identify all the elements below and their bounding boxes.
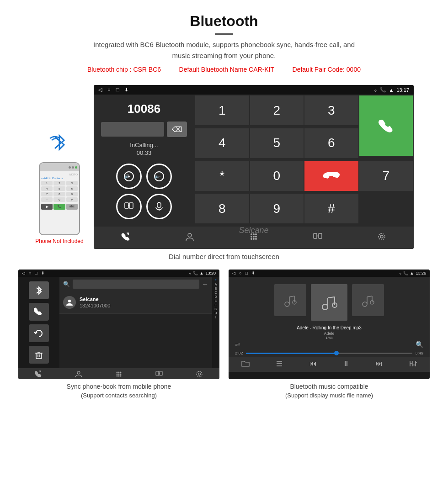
- dial-hangup-button[interactable]: [304, 161, 358, 191]
- music-home[interactable]: ○: [239, 271, 241, 275]
- nav-home-icon[interactable]: ○: [107, 87, 111, 93]
- music-recent[interactable]: □: [245, 271, 247, 275]
- spec-name: Default Bluetooth Name CAR-KIT: [179, 66, 275, 73]
- backspace-button[interactable]: ⌫: [167, 122, 187, 137]
- svg-rect-27: [36, 353, 42, 359]
- alpha-b[interactable]: B: [215, 287, 217, 290]
- car-call-screen: ◁ ○ □ ⬇ ⬦ 📞 ▲ 13:17 10086 ⌫: [94, 85, 414, 249]
- alpha-star[interactable]: *: [215, 279, 217, 282]
- music-next-button[interactable]: ⏭: [375, 360, 383, 370]
- music-play-pause-button[interactable]: ⏸: [342, 360, 350, 370]
- dial-key-3[interactable]: 3: [304, 95, 358, 125]
- search-icon[interactable]: 🔍: [416, 341, 423, 348]
- alpha-i[interactable]: I: [215, 316, 216, 319]
- progress-track[interactable]: [246, 353, 413, 354]
- music-nav-folder[interactable]: [241, 360, 250, 370]
- bluetooth-icon: [48, 131, 71, 154]
- pb-refresh-icon[interactable]: [29, 324, 49, 342]
- dial-key-9[interactable]: 9: [250, 194, 304, 223]
- alpha-f[interactable]: F: [215, 303, 217, 307]
- alpha-a[interactable]: A: [215, 283, 217, 286]
- status-nav: ◁ ○ □ ⬇: [98, 87, 128, 93]
- shuffle-icon[interactable]: ⇌: [235, 341, 240, 348]
- status-time: 13:17: [396, 87, 409, 93]
- svg-point-40: [120, 374, 122, 375]
- alpha-c[interactable]: C: [214, 291, 217, 294]
- pb-home[interactable]: ○: [29, 271, 31, 275]
- nav-settings-item[interactable]: [372, 230, 392, 245]
- music-wifi-icon: ▲: [410, 271, 414, 275]
- transfer-button[interactable]: [116, 194, 142, 219]
- alpha-g[interactable]: G: [214, 307, 217, 311]
- album-art-left: [274, 284, 306, 316]
- phone-key: *: [41, 197, 53, 202]
- nav-contacts-item[interactable]: [180, 230, 200, 245]
- pb-back-arrow[interactable]: ←: [202, 280, 208, 288]
- pb-nav-phone[interactable]: [35, 370, 42, 379]
- dial-key-2[interactable]: 2: [250, 95, 304, 125]
- music-location-icon: ⬦: [399, 271, 401, 275]
- alpha-h[interactable]: H: [214, 312, 217, 315]
- dial-key-5[interactable]: 5: [250, 128, 304, 158]
- bluetooth-specs: Bluetooth chip : CSR BC6 Default Bluetoo…: [9, 66, 439, 73]
- nav-transfer-item[interactable]: [308, 230, 328, 245]
- music-prev-button[interactable]: ⏮: [309, 360, 317, 370]
- nav-dialpad-item[interactable]: [244, 230, 264, 245]
- music-back[interactable]: ◁: [232, 271, 235, 275]
- dial-key-hash[interactable]: #: [304, 194, 358, 223]
- music-nav-list[interactable]: [275, 360, 283, 370]
- car-nav-bar: [94, 227, 414, 249]
- pb-wifi-icon: ▲: [200, 271, 204, 275]
- alpha-d[interactable]: D: [214, 295, 217, 298]
- nav-phone-item[interactable]: [116, 230, 136, 245]
- pb-back[interactable]: ◁: [22, 271, 25, 275]
- pb-call-icon[interactable]: [29, 303, 49, 321]
- pb-recent[interactable]: □: [35, 271, 37, 275]
- dial-key-0[interactable]: 0: [250, 161, 304, 191]
- pb-nav-settings[interactable]: [196, 370, 203, 379]
- call-input-bar[interactable]: [101, 122, 164, 137]
- svg-point-59: [363, 302, 367, 307]
- pb-search-input[interactable]: [73, 280, 199, 289]
- microphone-button[interactable]: [146, 194, 172, 219]
- location-icon: ⬦: [374, 87, 377, 93]
- pb-nav-transfer[interactable]: [155, 370, 163, 379]
- phone-status-icon: 📞: [380, 87, 386, 93]
- volume-down-button[interactable]: − 🔈: [146, 164, 172, 189]
- pb-contact-row[interactable]: Seicane 13241007000: [59, 291, 212, 314]
- dial-key-8[interactable]: 8: [195, 194, 249, 223]
- pb-delete-icon[interactable]: [29, 346, 49, 364]
- phone-key: 1: [41, 181, 53, 185]
- status-indicators: ⬦ 📞 ▲ 13:17: [374, 87, 409, 93]
- music-equalizer-button[interactable]: [409, 360, 417, 370]
- svg-point-17: [253, 236, 255, 238]
- dial-key-7[interactable]: 7: [359, 161, 413, 191]
- nav-recent-icon[interactable]: □: [116, 87, 119, 93]
- dial-key-4[interactable]: 4: [195, 128, 249, 158]
- pb-nav-dialpad[interactable]: [115, 370, 123, 379]
- music-item: ◁ ○ □ ⬇ ⬦ 📞 ▲ 13:26: [229, 270, 430, 406]
- music-time: 13:26: [416, 271, 426, 275]
- pb-bluetooth-icon[interactable]: [29, 281, 49, 299]
- svg-point-21: [255, 238, 257, 240]
- phone-screen-row: 7 8 9: [41, 192, 78, 196]
- svg-rect-23: [319, 233, 322, 238]
- dial-key-6[interactable]: 6: [304, 128, 358, 158]
- svg-point-41: [117, 375, 118, 377]
- page-title: Bluetooth: [9, 13, 439, 30]
- pb-nav-contacts[interactable]: [75, 370, 82, 379]
- person-icon: [66, 299, 73, 306]
- volume-up-button[interactable]: + 🔊: [116, 164, 142, 189]
- svg-point-54: [322, 304, 328, 310]
- dial-call-button[interactable]: [359, 95, 413, 156]
- dial-key-star[interactable]: *: [195, 161, 249, 191]
- nav-contacts-icon: [185, 232, 194, 241]
- svg-point-12: [188, 233, 192, 237]
- alpha-e[interactable]: E: [215, 299, 217, 302]
- dial-key-1[interactable]: 1: [195, 95, 249, 125]
- phone-mockup: MOTO + Add to Contacts 1 2 3 4 5 6 7 8 9: [34, 85, 85, 249]
- music-time-total: 3:49: [415, 351, 423, 355]
- music-time-current: 2:02: [235, 351, 243, 355]
- svg-rect-45: [160, 371, 162, 375]
- nav-back-icon[interactable]: ◁: [98, 87, 102, 93]
